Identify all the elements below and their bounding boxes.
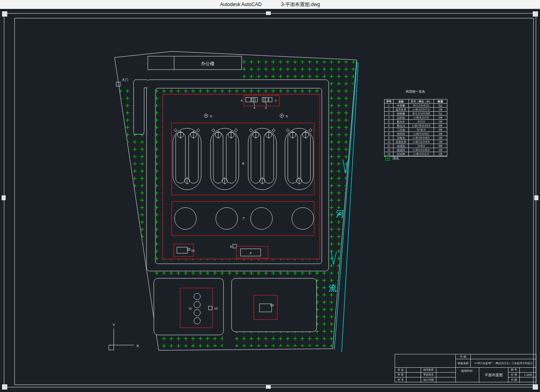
table-cell: 浓缩池	[393, 144, 409, 148]
ucs-y-label: Y	[113, 323, 115, 327]
callout-10: 10	[191, 249, 195, 252]
drawing-content-value: 平面布置图	[479, 368, 508, 383]
table-cell: 7	[385, 128, 393, 132]
table-cell: 11	[385, 144, 393, 148]
lower-center-road[interactable]	[223, 277, 232, 349]
window-titlebar[interactable]: Autodesk AutoCAD 3-平面布置图.dwg	[0, 0, 540, 9]
table-cell: 9	[385, 136, 393, 140]
callout-12: 12	[214, 307, 218, 310]
table-cell: 提升泵房	[393, 108, 409, 112]
table-cell: 二沉池	[393, 128, 409, 132]
table-cell: L×B=12.0×6.5	[409, 140, 434, 144]
project-label: 课题名称	[456, 359, 471, 368]
table-cell: 1座	[434, 140, 447, 144]
table-cell: 4	[385, 116, 393, 120]
gate-label: 大门	[122, 78, 128, 82]
ucs-x-label: X	[136, 344, 139, 348]
tb-value	[406, 368, 421, 373]
greenery-legend: 绿化	[385, 156, 399, 161]
table-cell: 8	[385, 132, 393, 136]
table-cell: 回流泵房	[393, 140, 409, 144]
table-cell: D=8.0	[409, 144, 434, 148]
ring-road[interactable]	[147, 80, 329, 271]
callout-6: 6	[242, 161, 244, 165]
table-cell: L×B=20.0×8.0	[409, 136, 434, 140]
table-header-cell: 名称	[393, 100, 409, 104]
callout-3: 3	[253, 106, 255, 110]
callout-5b: 5	[286, 114, 288, 118]
office-label: 办公楼	[201, 61, 215, 66]
document-filename: 3-平面布置图.dwg	[281, 1, 320, 8]
table-cell: 2台	[434, 104, 447, 108]
table-cell: 12	[385, 148, 393, 152]
content-label: 图纸内容:	[456, 368, 479, 383]
tb-label: 学 号	[395, 377, 406, 383]
tb-label: 班 级	[395, 373, 406, 377]
structures-table-title: 构筑物一览表	[384, 89, 446, 94]
table-header-cell: 序号	[385, 100, 393, 104]
table-cell: B=1.0 b=0.02	[409, 104, 434, 108]
table-cell: 2座	[434, 116, 447, 120]
greenery-legend-label: 绿化	[393, 156, 399, 161]
table-cell: 10	[385, 140, 393, 144]
table-cell: 消毒池	[393, 136, 409, 140]
tb-value	[436, 377, 456, 383]
table-cell: 排水闸	[393, 152, 409, 156]
table-cell: B=1.0 b=0.005	[409, 112, 434, 116]
callout-9: 9	[250, 251, 252, 255]
table-cell: 4座	[434, 128, 447, 132]
school-label: 学 院	[456, 354, 471, 359]
table-cell: 13	[385, 152, 393, 156]
table-cell: 中格栅	[393, 104, 409, 108]
tb-label: 学生姓名	[421, 373, 436, 377]
river-char-1: 河	[336, 209, 344, 218]
callout-2: 2	[265, 106, 267, 110]
table-cell: 配水井	[393, 120, 409, 124]
table-cell: L×B=12.0×7.0	[409, 108, 434, 112]
scale-value: 1:1000	[520, 373, 536, 377]
table-cell: 1	[385, 104, 393, 108]
table-cell: L×B=9.0×6.0	[409, 132, 434, 136]
table-cell: D=3.0	[409, 120, 434, 124]
table-cell: 4座	[434, 144, 447, 148]
tb-value	[406, 377, 421, 383]
river-char-2: 流	[329, 284, 337, 292]
autocad-window: Autodesk AutoCAD 3-平面布置图.dwg	[0, 0, 540, 392]
tb-label: 指导教师	[421, 368, 436, 373]
table-cell: 1座	[434, 148, 447, 152]
date-value	[520, 377, 536, 383]
title-block-logo-cell	[395, 354, 456, 368]
callout-5a: 5	[210, 114, 212, 118]
table-cell: 1座	[434, 152, 447, 156]
callout-4: 4	[241, 99, 243, 102]
table-cell: 沉砂池	[393, 116, 409, 120]
table-cell: 5	[385, 120, 393, 124]
tb-label: 专 业	[395, 368, 406, 373]
structures-table[interactable]: 序号名称尺寸（单位：m）数量1中格栅B=1.0 b=0.022台2提升泵房L×B…	[384, 99, 447, 157]
greenery-swatch-icon	[385, 156, 390, 161]
table-header-cell: 数量	[434, 100, 447, 104]
callout-8: 8	[230, 245, 232, 248]
callout-1: 1	[275, 99, 277, 102]
tb-value	[406, 373, 421, 377]
school-value	[471, 354, 536, 359]
table-cell: 加药间	[393, 132, 409, 136]
sheet-no-value	[520, 368, 536, 373]
lower-right-plot[interactable]	[232, 278, 317, 332]
scale-label: 比 例	[508, 373, 520, 377]
drawing-canvas[interactable]: 办公楼 大门 4 1 3 2 5	[0, 9, 540, 392]
title-block[interactable]: 专 业 指导教师 班 级 学生姓名 学 号 设计日期 学 院 课题名称 ××市污…	[395, 354, 536, 382]
table-cell: L×B=3.0×2.0	[409, 152, 434, 156]
table-cell: 细格栅	[393, 112, 409, 116]
table-cell: 氧化沟	[393, 124, 409, 128]
callout-11: 11	[189, 307, 192, 310]
table-cell: 脱泥间	[393, 148, 409, 152]
sheet-no-label: 图 号	[508, 368, 520, 373]
table-cell: 1座	[434, 120, 447, 124]
app-title: Autodesk AutoCAD	[220, 2, 262, 7]
table-cell: 3	[385, 112, 393, 116]
table-cell: 1座	[434, 136, 447, 140]
table-cell: 2	[385, 108, 393, 112]
table-cell: L×B=12.0×8.0	[409, 148, 434, 152]
office-building[interactable]: 办公楼	[148, 56, 242, 70]
